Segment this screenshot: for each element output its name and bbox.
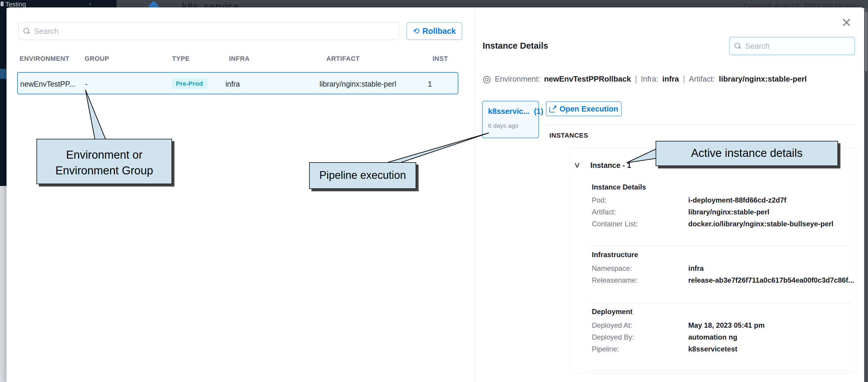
environment-icon: ◎ <box>483 74 491 84</box>
open-execution-button[interactable]: Open Execution <box>546 101 622 116</box>
instance-search-input[interactable] <box>745 41 849 51</box>
deployment-summary-line: ◎ Environment: newEnvTestPPRollback | In… <box>483 74 807 84</box>
artifact-value: library/nginx:stable-perl <box>719 74 807 84</box>
cell-group: - <box>85 80 88 88</box>
instance-title[interactable]: Instance - 1 <box>590 161 631 170</box>
preprod-badge: Pre-Prod <box>171 78 208 89</box>
chevron-down-icon[interactable]: ∨ <box>574 161 581 169</box>
search-icon <box>735 43 741 49</box>
instance-details-title: Instance Details <box>483 41 548 51</box>
field-value-namespace: infra <box>688 264 704 273</box>
field-label-artifact: Artifact: <box>592 208 616 216</box>
instance-search-box[interactable] <box>729 37 855 55</box>
field-label-pipeline: Pipeline: <box>592 345 619 353</box>
section-divider <box>590 370 851 371</box>
service-title: k8s_service <box>182 1 239 8</box>
callout-environment: Environment or Environment Group <box>36 139 172 184</box>
col-header-inst: INST <box>433 55 448 63</box>
cell-inst: 1 <box>428 80 432 88</box>
cell-infra: infra <box>225 80 240 88</box>
field-label-deployed-by: Deployed By: <box>592 333 634 341</box>
separator: | <box>683 74 685 84</box>
col-header-infra: INFRA <box>229 55 250 63</box>
harness-logo-fragment <box>1 1 4 6</box>
infra-label: Infra: <box>641 74 658 84</box>
sidebar-header-fragment: Testing › <box>0 0 117 8</box>
field-value-deployed-by: automation ng <box>688 333 737 341</box>
close-icon[interactable]: ✕ <box>841 17 852 29</box>
col-header-group: GROUP <box>85 55 109 63</box>
col-header-type: TYPE <box>172 55 190 63</box>
chevron-right-icon: › <box>89 0 91 8</box>
page-edge <box>0 186 6 382</box>
execution-age: 6 days ago <box>488 122 519 129</box>
created-timestamp: Created Aug 10, 2022 04:10 am <box>743 1 856 8</box>
rollback-icon: ⟲ <box>413 27 420 35</box>
separator: | <box>635 74 637 84</box>
field-label-pod: Pod: <box>592 196 607 204</box>
environment-table-row[interactable]: newEnvTestPP... - Pre-Prod infra library… <box>17 72 458 94</box>
instances-heading: INSTANCES <box>549 132 588 139</box>
col-header-environment: ENVIRONMENT <box>20 55 69 63</box>
field-value-deployed-at: May 18, 2023 05:41 pm <box>688 321 765 329</box>
field-label-releasename: Releasename: <box>592 276 638 284</box>
artifact-label: Artifact: <box>689 74 715 84</box>
rollback-button[interactable]: ⟲ Rollback <box>406 22 462 40</box>
infra-value: infra <box>662 74 679 84</box>
sidebar-edge <box>0 8 6 186</box>
execution-name: k8sservic... (1) <box>488 107 543 116</box>
field-label-container-list: Container List: <box>592 220 638 228</box>
search-icon <box>24 28 30 34</box>
section-divider <box>546 125 857 125</box>
page-header-bar: Testing › k8s_service Created Aug 10, 20… <box>0 0 868 8</box>
page-scrollbar-thumb[interactable] <box>865 12 867 71</box>
col-header-artifact: ARTIFACT <box>326 55 360 63</box>
service-cube-icon <box>148 1 159 8</box>
field-label-namespace: Namespace: <box>592 264 632 273</box>
section-divider <box>590 246 851 247</box>
field-value-pod: i-deployment-88fd66cd-z2d7f <box>688 196 786 204</box>
field-label-deployed-at: Deployed At: <box>592 321 632 329</box>
field-value-container-list: docker.io/library/nginx:stable-bullseye-… <box>688 220 833 228</box>
callout-active-instance: Active instance details <box>656 141 838 166</box>
environment-label: Environment: <box>495 74 540 84</box>
pipeline-execution-card[interactable]: k8sservic... (1) 6 days ago <box>482 101 539 138</box>
field-value-pipeline: k8sservicetest <box>688 345 737 353</box>
external-link-icon <box>549 105 556 112</box>
field-value-releasename: release-ab3e7f26f711a0c617b54ea00f0c3d7c… <box>688 276 854 284</box>
field-value-artifact: library/nginx:stable-perl <box>688 208 769 216</box>
sidebar-selected-item-fragment <box>0 69 6 79</box>
section-heading-instance-details: Instance Details <box>592 183 646 191</box>
project-name: Testing <box>5 1 26 8</box>
section-heading-deployment: Deployment <box>592 308 632 316</box>
cell-environment: newEnvTestPP... <box>20 80 75 88</box>
section-divider <box>590 303 851 304</box>
section-heading-infrastructure: Infrastructure <box>592 251 638 259</box>
cell-artifact: library/nginx:stable-perl <box>319 80 396 88</box>
environment-search-box[interactable] <box>19 22 399 40</box>
environment-search-input[interactable] <box>33 26 394 36</box>
callout-pipeline-execution: Pipeline execution <box>309 162 416 189</box>
environment-value: newEnvTestPPRollback <box>544 74 631 84</box>
screen: Testing › k8s_service Created Aug 10, 20… <box>0 0 868 382</box>
